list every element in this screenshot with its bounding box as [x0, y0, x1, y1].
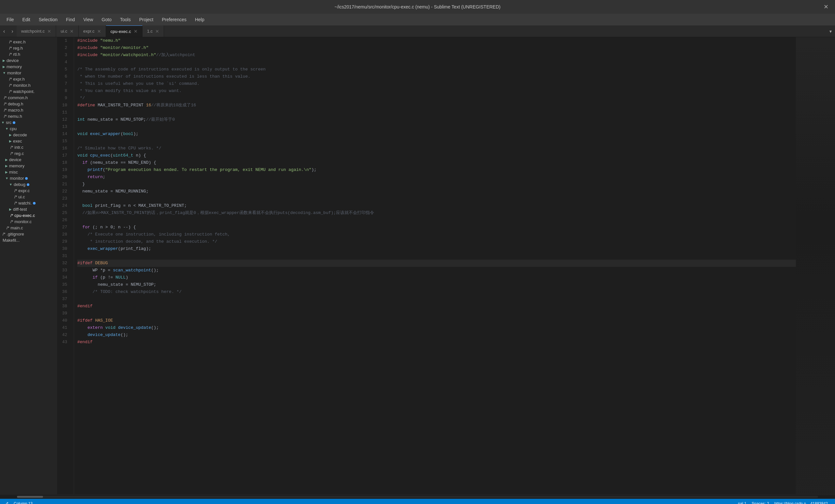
sidebar-item-29[interactable]: /* monitor.c: [0, 219, 57, 225]
menu-item-project[interactable]: Project: [136, 16, 157, 23]
tab-cpu-exec[interactable]: cpu-exec.c✕: [106, 25, 143, 37]
sidebar-label-8: /* watchpoint.: [9, 89, 35, 94]
sidebar-item-9[interactable]: /* common.h: [0, 95, 57, 101]
code-line-36: /* TODO: check watchpoints here. */: [77, 288, 796, 296]
sidebar-item-11[interactable]: /* macro.h: [0, 107, 57, 113]
tab-expr-close[interactable]: ✕: [97, 29, 101, 34]
window-close-button[interactable]: ✕: [823, 3, 829, 11]
sidebar-item-30[interactable]: /* main.c: [0, 225, 57, 231]
tab-1c[interactable]: 1.c✕: [143, 25, 164, 37]
code-line-40: #ifdef HAS_IOE: [77, 317, 796, 324]
code-line-17: void cpu_exec(uint64_t n) {: [77, 152, 796, 159]
sidebar-item-23[interactable]: ▼debug: [0, 181, 57, 187]
status-link[interactable]: https://blog.csdn.n... 41883842...: [774, 501, 831, 504]
tab-ui-close[interactable]: ✕: [70, 29, 74, 34]
sidebar-item-22[interactable]: ▼monitor: [0, 175, 57, 181]
code-line-4: ​: [77, 59, 796, 66]
menu-item-view[interactable]: View: [80, 16, 97, 23]
line-number-35: 35: [60, 281, 70, 288]
code-line-6: * when the number of instructions execut…: [77, 73, 796, 80]
sidebar-label-6: /* expr.h: [9, 77, 25, 82]
sidebar-item-2[interactable]: /* rtl.h: [0, 51, 57, 57]
code-line-39: ​: [77, 310, 796, 317]
menu-item-help[interactable]: Help: [192, 16, 208, 23]
tab-watchpoint[interactable]: watchpoint.c✕: [17, 25, 56, 37]
status-spaces[interactable]: Spaces: 2: [752, 501, 769, 504]
code-line-27: for (; n > 0; n --) {: [77, 224, 796, 231]
sidebar-item-3[interactable]: ▶device: [0, 57, 57, 64]
sidebar-item-1[interactable]: /* reg.h: [0, 45, 57, 51]
line-number-31: 31: [60, 253, 70, 260]
sidebar-item-20[interactable]: ▶memory: [0, 163, 57, 169]
sidebar-item-8[interactable]: /* watchpoint.: [0, 88, 57, 95]
horizontal-scrollbar[interactable]: [0, 494, 835, 499]
sidebar-item-24[interactable]: /* expr.c: [0, 187, 57, 194]
sidebar-item-18[interactable]: /* reg.c: [0, 150, 57, 157]
sidebar-item-14[interactable]: ▼cpu: [0, 126, 57, 132]
sidebar-item-5[interactable]: ▼monitor: [0, 70, 57, 76]
line-number-1: 1: [60, 37, 70, 44]
sidebar-item-0[interactable]: /* exec.h: [0, 39, 57, 45]
sidebar-label-28: /* cpu-exec.c: [11, 213, 35, 218]
sidebar-item-7[interactable]: /* monitor.h: [0, 82, 57, 88]
status-git[interactable]: pal 1: [738, 501, 746, 504]
tab-1c-close[interactable]: ✕: [155, 29, 159, 34]
hscroll-track: [17, 496, 818, 498]
sidebar-item-13[interactable]: ▼src: [0, 119, 57, 126]
sidebar-item-25[interactable]: /* ui.c: [0, 194, 57, 200]
sidebar-item-27[interactable]: ▶diff-test: [0, 206, 57, 213]
line-number-40: 40: [60, 317, 70, 324]
sidebar-label-7: /* monitor.h: [9, 83, 30, 88]
sidebar-label-24: /* expr.c: [14, 188, 30, 193]
sidebar-label-22: monitor: [10, 176, 24, 181]
sidebar-item-31[interactable]: /* .gitignore: [0, 231, 57, 237]
line-number-41: 41: [60, 324, 70, 331]
sidebar-item-32[interactable]: Makefil...: [0, 237, 57, 243]
sidebar-label-29: /* monitor.c: [11, 219, 32, 224]
sidebar-item-26[interactable]: /* watchi.: [0, 200, 57, 206]
code-line-33: WP *p = scan_watchpoint();: [77, 267, 796, 274]
tab-nav-right[interactable]: ›: [8, 25, 16, 37]
status-right: pal 1 Spaces: 2 https://blog.csdn.n... 4…: [738, 501, 831, 504]
hscroll-thumb[interactable]: [17, 496, 43, 498]
tab-watchpoint-close[interactable]: ✕: [47, 29, 51, 34]
sidebar-item-10[interactable]: /* debug.h: [0, 101, 57, 107]
tab-nav-left[interactable]: ‹: [0, 25, 8, 37]
tab-expr[interactable]: expr.c✕: [79, 25, 106, 37]
sidebar-icon-27: ▶: [9, 207, 12, 211]
statusbar: ⎇ Column 13 pal 1 Spaces: 2 https://blog…: [0, 499, 835, 504]
menu-item-edit[interactable]: Edit: [19, 16, 34, 23]
menu-item-selection[interactable]: Selection: [36, 16, 61, 23]
titlebar: ~/ics2017/nemu/src/monitor/cpu-exec.c (n…: [0, 0, 835, 14]
sidebar-icon-19: ▶: [5, 158, 8, 161]
sidebar-item-19[interactable]: ▶device: [0, 157, 57, 163]
tab-dropdown-button[interactable]: ▾: [826, 25, 835, 37]
menu-item-tools[interactable]: Tools: [117, 16, 134, 23]
sidebar-item-21[interactable]: ▶misc: [0, 169, 57, 175]
status-column[interactable]: Column 13: [14, 501, 33, 504]
sidebar-icon-23: ▼: [9, 183, 13, 186]
line-number-34: 34: [60, 274, 70, 281]
sidebar-item-15[interactable]: ▶decode: [0, 132, 57, 138]
minimap[interactable]: [796, 37, 835, 494]
code-editor[interactable]: #include "nemu.h"#include "monitor/monit…: [74, 37, 796, 494]
sidebar-label-11: /* macro.h: [4, 108, 23, 113]
line-numbers: 1234567891011121314151617181920212223242…: [57, 37, 74, 494]
code-line-30: exec_wrapper(print_flag);: [77, 245, 796, 253]
tab-cpu-exec-close[interactable]: ✕: [134, 29, 138, 34]
sidebar-item-6[interactable]: /* expr.h: [0, 76, 57, 82]
sidebar-item-12[interactable]: /* nemu.h: [0, 113, 57, 119]
sidebar-label-31: /* .gitignore: [3, 231, 24, 237]
sidebar-item-28[interactable]: /* cpu-exec.c: [0, 213, 57, 219]
menu-item-preferences[interactable]: Preferences: [159, 16, 189, 23]
menu-item-file[interactable]: File: [3, 16, 17, 23]
sidebar-item-16[interactable]: ▶exec: [0, 138, 57, 144]
menu-item-goto[interactable]: Goto: [99, 16, 115, 23]
menu-item-find[interactable]: Find: [63, 16, 78, 23]
code-line-35: nemu_state = NEMU_STOP;: [77, 281, 796, 288]
sidebar-item-4[interactable]: ▶memory: [0, 64, 57, 70]
code-line-43: #endif: [77, 339, 796, 346]
tab-ui[interactable]: ui.c✕: [56, 25, 79, 37]
sidebar-item-17[interactable]: /* intr.c: [0, 144, 57, 150]
line-number-6: 6: [60, 73, 70, 80]
